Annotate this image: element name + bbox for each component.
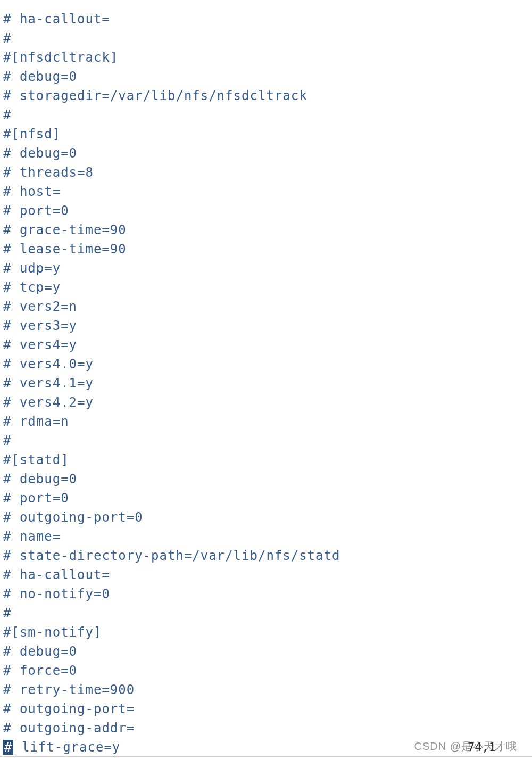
bottom-rule xyxy=(0,756,532,757)
watermark: CSDN @是小天才哦 xyxy=(414,739,517,754)
config-file-content[interactable]: # ha-callout= # #[nfsdcltrack] # debug=0… xyxy=(0,0,532,757)
code-lines: # ha-callout= # #[nfsdcltrack] # debug=0… xyxy=(3,12,340,736)
cursor: # xyxy=(3,740,13,755)
code-last-rest: lift-grace=y xyxy=(13,740,120,755)
